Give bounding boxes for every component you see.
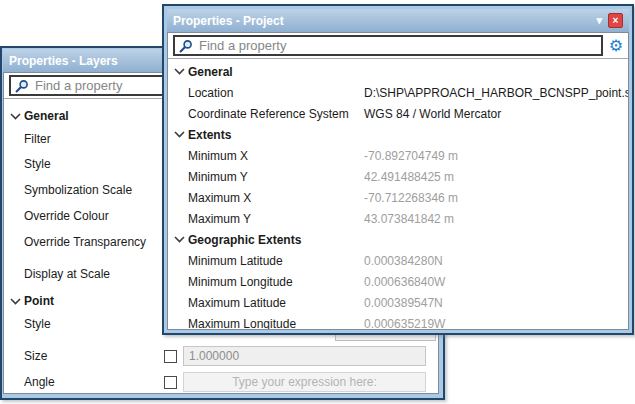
size-value-input[interactable]	[183, 346, 426, 366]
property-label: Minimum Latitude	[188, 254, 364, 268]
item-label: Filter	[24, 132, 51, 146]
properties-project-panel: Properties - Project ▾ × ⚙	[162, 4, 634, 335]
property-row-max-lon[interactable]: Maximum Longitude 0.000635219W	[168, 313, 628, 329]
property-label: Maximum X	[188, 191, 364, 205]
project-section-general[interactable]: General	[168, 61, 628, 82]
property-value: 0.000384280N	[364, 254, 628, 268]
property-label: Coordinate Reference System	[188, 107, 364, 121]
project-search-input[interactable]	[199, 38, 597, 53]
property-value: 42.491488425 m	[364, 170, 628, 184]
item-label: Display at Scale	[24, 267, 110, 281]
chevron-down-icon[interactable]	[4, 298, 24, 305]
property-label: Location	[188, 86, 364, 100]
item-label: Symbolization Scale	[24, 183, 132, 197]
property-label: Minimum Y	[188, 170, 364, 184]
property-value: WGS 84 / World Mercator	[364, 107, 628, 121]
project-panel-titlebar[interactable]: Properties - Project ▾ ×	[167, 9, 629, 32]
property-row-crs[interactable]: Coordinate Reference System WGS 84 / Wor…	[168, 103, 628, 124]
section-label: Point	[24, 294, 54, 308]
section-label: General	[24, 109, 69, 123]
item-label: Style	[24, 157, 51, 171]
property-label: Maximum Latitude	[188, 296, 364, 310]
project-panel-content: ⚙ General Location D:\SHP\APPROACH_HARBO…	[167, 32, 629, 330]
search-icon	[179, 39, 193, 53]
application-area: Properties - Layers	[0, 0, 635, 404]
item-label: Override Colour	[24, 209, 109, 223]
property-row-max-x[interactable]: Maximum X -70.712268346 m	[168, 187, 628, 208]
section-label: Geographic Extents	[188, 233, 301, 247]
section-label: General	[188, 65, 233, 79]
chevron-down-icon[interactable]	[168, 236, 188, 243]
item-label: Override Transparency	[24, 235, 146, 249]
project-search-row: ⚙	[168, 33, 628, 59]
chevron-down-icon[interactable]	[168, 68, 188, 75]
property-row-max-y[interactable]: Maximum Y 43.073841842 m	[168, 208, 628, 229]
project-search-box[interactable]	[173, 35, 603, 56]
project-panel-title: Properties - Project	[173, 14, 284, 28]
property-row-location[interactable]: Location D:\SHP\APPROACH_HARBOR_BCNSPP_p…	[168, 82, 628, 103]
property-row-min-x[interactable]: Minimum X -70.892704749 m	[168, 145, 628, 166]
chevron-down-icon[interactable]: ▾	[596, 15, 602, 26]
layers-item-size: Size	[4, 343, 438, 369]
property-label: Maximum Longitude	[188, 317, 364, 330]
angle-expression-input[interactable]	[183, 372, 426, 392]
gear-icon[interactable]: ⚙	[609, 38, 623, 54]
search-icon	[15, 79, 29, 93]
item-label: Size	[24, 349, 164, 363]
property-value: 0.000389547N	[364, 296, 628, 310]
section-label: Extents	[188, 128, 231, 142]
property-label: Minimum X	[188, 149, 364, 163]
property-value: 0.000635219W	[364, 317, 628, 330]
property-value: -70.712268346 m	[364, 191, 628, 205]
property-row-min-y[interactable]: Minimum Y 42.491488425 m	[168, 166, 628, 187]
project-section-geographic-extents[interactable]: Geographic Extents	[168, 229, 628, 250]
property-row-min-lat[interactable]: Minimum Latitude 0.000384280N	[168, 250, 628, 271]
item-label: Angle	[24, 375, 164, 389]
property-label: Maximum Y	[188, 212, 364, 226]
project-section-extents[interactable]: Extents	[168, 124, 628, 145]
property-value: 0.000636840W	[364, 275, 628, 289]
item-label: Style	[24, 317, 51, 331]
property-label: Minimum Longitude	[188, 275, 364, 289]
layers-item-angle: Angle	[4, 369, 438, 393]
size-checkbox[interactable]	[164, 350, 177, 363]
close-icon[interactable]: ×	[608, 13, 623, 28]
property-value: 43.073841842 m	[364, 212, 628, 226]
angle-checkbox[interactable]	[164, 376, 177, 389]
layers-panel-title: Properties - Layers	[9, 54, 118, 68]
property-value: D:\SHP\APPROACH_HARBOR_BCNSPP_point.shp	[364, 86, 628, 100]
property-row-max-lat[interactable]: Maximum Latitude 0.000389547N	[168, 292, 628, 313]
property-row-min-lon[interactable]: Minimum Longitude 0.000636840W	[168, 271, 628, 292]
project-panel-frame: Properties - Project ▾ × ⚙	[162, 4, 634, 335]
project-property-list: General Location D:\SHP\APPROACH_HARBOR_…	[168, 59, 628, 329]
chevron-down-icon[interactable]	[168, 131, 188, 138]
property-value: -70.892704749 m	[364, 149, 628, 163]
chevron-down-icon[interactable]	[4, 113, 24, 120]
